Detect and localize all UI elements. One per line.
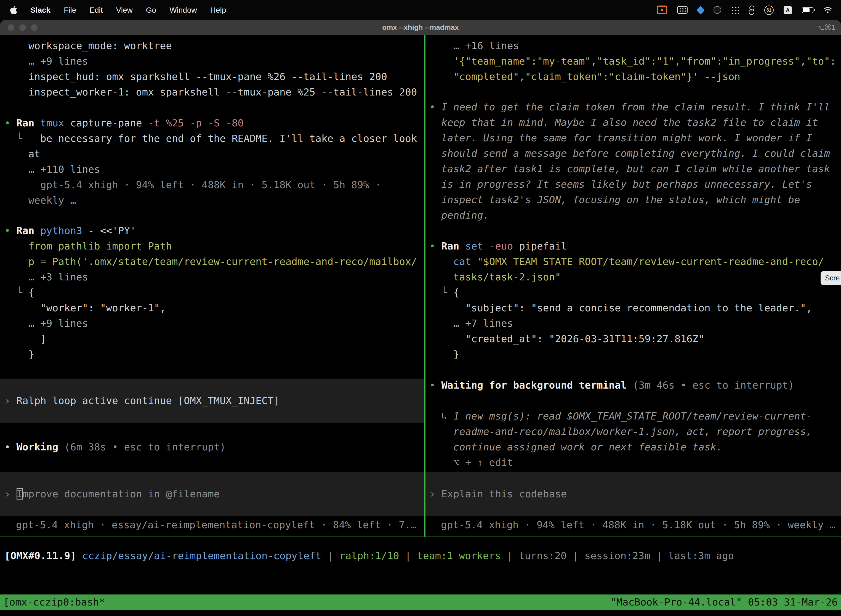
blue-app-icon[interactable]: [696, 6, 705, 14]
terminal-line: workspace_mode: worktree: [4, 38, 417, 54]
figure-eight-icon[interactable]: [749, 5, 755, 15]
inject-banner-text: Ralph loop active continue [OMX_TMUX_INJ…: [16, 395, 280, 406]
waiting-status: • Waiting for background terminal (3m 46…: [429, 378, 794, 393]
output-line: └ be necessary for the end of the README…: [4, 131, 417, 146]
omx-version: [OMX#0.11.9]: [4, 550, 82, 561]
tree-connector: └: [429, 286, 453, 298]
bullet-icon: •: [4, 117, 16, 129]
dark-circle-icon[interactable]: [714, 6, 721, 14]
working-detail: (6m 38s • esc to interrupt): [64, 441, 226, 453]
menu-bar-status-icons: 61 A: [657, 5, 832, 15]
ran-set-block: • Ran set -euo pipefail cat "$OMX_TEAM_S…: [429, 238, 824, 362]
output-line: }: [4, 347, 417, 362]
battery-fill: [803, 8, 809, 12]
inject-banner-line: › Ralph loop active continue [OMX_TMUX_I…: [4, 393, 424, 408]
command-arg: pipefail: [519, 240, 567, 252]
ran-python-block: • Ran python3 - <<'PY' from pathlib impo…: [4, 223, 417, 362]
command-line: • Ran tmux capture-pane -t %25 -p -S -80: [4, 115, 417, 131]
output-line: └ {: [4, 285, 417, 300]
input-source-icon[interactable]: A: [784, 6, 792, 14]
bullet-icon: •: [4, 441, 16, 453]
command-name: cat: [429, 255, 477, 267]
apple-menu-icon[interactable]: [10, 6, 17, 14]
command-flags: -t %25 -p -S -80: [148, 117, 244, 129]
menu-window[interactable]: Window: [169, 6, 197, 14]
menu-help[interactable]: Help: [210, 6, 226, 14]
omx-branch: cczip/essay/ai-reimplementation-copyleft: [82, 550, 321, 561]
bullet-icon: •: [429, 101, 441, 113]
command-name: set: [465, 240, 489, 252]
tmux-horizontal-divider: [0, 537, 841, 537]
output-line: "created_at": "2026-03-31T11:59:27.816Z": [429, 331, 824, 347]
command-flags: -euo: [489, 240, 519, 252]
inject-banner: › Ralph loop active continue [OMX_TMUX_I…: [0, 378, 424, 423]
session-footer-text: gpt-5.4 xhigh · essay/ai-reimplementatio…: [16, 517, 417, 532]
tmux-pane-right: … +16 lines '{"team_name":"my-team","tas…: [425, 35, 841, 537]
output-line: gpt-5.4 xhigh · 94% left · 488K in · 5.1…: [4, 177, 417, 193]
terminal-line: inspect_worker-1: omx sparkshell --tmux-…: [4, 84, 417, 100]
zoom-button[interactable]: [31, 24, 38, 31]
waiting-label: Waiting for background terminal: [441, 379, 633, 391]
terminal-line: … +9 lines: [4, 54, 417, 69]
session-footer-text: gpt-5.4 xhigh · 94% left · 488K in · 5.1…: [441, 517, 836, 532]
composer-input-left[interactable]: › Improve documentation in @filename: [0, 472, 424, 516]
output-line: … +9 lines: [4, 316, 417, 331]
terminal-line: … +16 lines: [429, 38, 836, 54]
working-status: • Working (6m 38s • esc to interrupt): [4, 439, 226, 455]
separator: |: [399, 550, 417, 561]
command-line: • Ran set -euo pipefail: [429, 238, 824, 254]
working-label: Working: [16, 441, 64, 453]
wifi-icon[interactable]: [823, 7, 832, 13]
menu-view[interactable]: View: [116, 6, 133, 14]
output-line: weekly …: [4, 193, 417, 208]
dots-grid-icon[interactable]: [731, 6, 739, 14]
ralph-counter: ralph:1/10: [339, 550, 399, 561]
menu-app-name[interactable]: Slack: [30, 6, 50, 14]
thinking-line: inspect task2's JSON, focusing on the st…: [429, 192, 830, 208]
menu-edit[interactable]: Edit: [89, 6, 103, 14]
working-line: • Working (6m 38s • esc to interrupt): [4, 439, 226, 455]
ran-label: Ran: [16, 117, 40, 129]
bullet-icon: •: [429, 240, 441, 252]
output-line: ]: [4, 331, 417, 347]
screen: Slack File Edit View Go Window Help 61 A: [0, 0, 841, 616]
battery-icon[interactable]: [802, 7, 813, 13]
menu-go[interactable]: Go: [146, 6, 156, 14]
ran-label: Ran: [16, 224, 40, 236]
menu-file[interactable]: File: [64, 6, 76, 14]
omx-session-stats: | turns:20 | session:23m | last:3m ago: [501, 550, 734, 561]
output-line: "subject": "send a concise recommendatio…: [429, 300, 824, 316]
battery-percent-value: 61: [766, 7, 771, 12]
waiting-line: • Waiting for background terminal (3m 46…: [429, 378, 794, 393]
screen-recording-indicator-icon[interactable]: [657, 6, 667, 14]
scrollback-block-left: workspace_mode: worktree … +9 lines insp…: [4, 38, 417, 100]
mailbox-line: continue assigned work or next feasible …: [429, 439, 812, 455]
keyboard-grid-icon[interactable]: [677, 6, 687, 14]
output-line: }: [429, 347, 824, 362]
thinking-line: pending.: [429, 208, 830, 223]
terminal-line: inspect_hud: omx sparkshell --tmux-pane …: [4, 69, 417, 84]
tree-connector: └: [4, 132, 40, 144]
command-body-line: … +3 lines: [4, 269, 417, 285]
bullet-icon: •: [4, 224, 16, 236]
command-arg: - <<'PY': [88, 224, 136, 236]
scrollback-block-right: … +16 lines '{"team_name":"my-team","tas…: [429, 38, 836, 84]
screen-share-tooltip-text: Scre: [825, 274, 840, 282]
window-shortcut-hint: ⌥⌘1: [816, 23, 835, 31]
composer-line-left: › Improve documentation in @filename: [4, 486, 424, 502]
minimize-button[interactable]: [19, 24, 26, 31]
omx-status-line: [OMX#0.11.9] cczip/essay/ai-reimplementa…: [4, 548, 734, 563]
tree-connector: └: [4, 286, 28, 298]
battery-percent-badge[interactable]: 61: [764, 5, 774, 15]
close-button[interactable]: [8, 24, 14, 31]
thinking-line: • I need to get the claim token from the…: [429, 99, 830, 115]
composer-input-right[interactable]: › Explain this codebase: [425, 472, 841, 516]
output-line: … +7 lines: [429, 316, 824, 331]
window-title: omx --xhigh --madmax: [382, 23, 459, 31]
window-titlebar[interactable]: omx --xhigh --madmax ⌥⌘1: [0, 20, 841, 35]
command-body-line: p = Path('.omx/state/team/review-current…: [4, 254, 417, 269]
menu-bar: Slack File Edit View Go Window Help 61 A: [0, 0, 841, 20]
team-workers: team:1 workers: [417, 550, 501, 561]
output-line: └ {: [429, 285, 824, 300]
tmux-session-label: [omx-cczip0:bash*: [3, 594, 105, 610]
